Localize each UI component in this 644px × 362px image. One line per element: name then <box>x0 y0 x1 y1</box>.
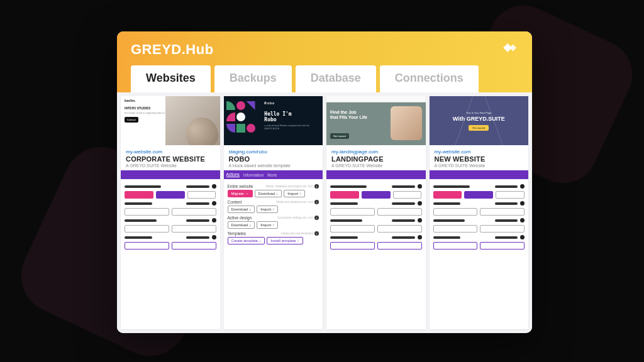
action-button[interactable] <box>125 208 169 216</box>
website-domain[interactable]: my-website.com <box>126 149 215 155</box>
action-button[interactable] <box>172 242 216 250</box>
tab-connections[interactable]: Connections <box>380 65 479 92</box>
info-icon[interactable]: i <box>314 200 319 204</box>
action-button[interactable] <box>496 191 525 199</box>
app-title: GREYD.Hub <box>131 41 214 58</box>
action-button[interactable] <box>433 208 478 216</box>
info-icon[interactable]: i <box>314 231 319 236</box>
action-button[interactable] <box>480 208 525 216</box>
main-tabs: Websites Backups Database Connections <box>131 65 518 92</box>
arrow-icon: → <box>245 192 249 195</box>
tab-backups[interactable]: Backups <box>214 65 292 92</box>
migrate-button[interactable]: Migrate → <box>228 190 253 197</box>
info-icon[interactable] <box>212 201 216 206</box>
info-icon[interactable] <box>520 201 525 206</box>
action-button[interactable] <box>330 191 359 199</box>
info-icon[interactable] <box>418 184 422 189</box>
website-thumbnail[interactable]: Robo Hello I'mRobo a code-themed Website… <box>224 96 323 145</box>
arrow-icon: ↓ <box>276 192 278 195</box>
thumb-cta: Get started <box>330 133 349 139</box>
download-button[interactable]: Download ↓ <box>228 221 255 229</box>
arrow-icon: ↑ <box>272 207 274 211</box>
info-icon[interactable] <box>418 201 422 206</box>
action-button[interactable] <box>172 208 216 216</box>
action-button[interactable] <box>433 191 462 199</box>
info-icon[interactable] <box>212 184 216 189</box>
action-button[interactable] <box>125 191 153 199</box>
website-card: Robo Hello I'mRobo a code-themed Website… <box>224 96 323 329</box>
create-template-button[interactable]: Create template ↓ <box>228 237 265 244</box>
header: GREYD.Hub Websites Backups Database Conn… <box>117 31 532 92</box>
thumb-sub: a code-themed Website template built wit… <box>264 124 320 130</box>
info-icon[interactable] <box>418 235 422 239</box>
panel-tab-information[interactable]: Information <box>243 173 264 177</box>
website-domain[interactable]: my-website.com <box>435 149 524 155</box>
thumb-heading: Hello I'm <box>264 111 291 117</box>
info-icon[interactable] <box>520 235 525 239</box>
download-button[interactable]: Download ↓ <box>228 206 255 213</box>
panel-tab-actions[interactable]: Actions <box>226 172 240 177</box>
action-button[interactable] <box>480 242 525 250</box>
arrow-icon: ↑ <box>297 239 299 243</box>
action-button[interactable] <box>433 225 478 233</box>
import-button[interactable]: Import ↑ <box>284 190 305 197</box>
arrow-icon: ↓ <box>249 223 251 227</box>
panel-tab-more[interactable]: More <box>267 173 277 177</box>
info-icon[interactable]: i <box>314 216 319 220</box>
website-title: NEW WEBSITE <box>435 155 524 163</box>
action-button[interactable] <box>125 225 169 233</box>
action-button[interactable] <box>362 191 391 199</box>
action-button[interactable] <box>433 242 478 250</box>
action-button[interactable] <box>377 242 422 250</box>
thumb-heading: With GREYD.SUITE <box>453 116 505 122</box>
thumb-brand: Robo <box>264 101 320 105</box>
info-icon[interactable] <box>212 218 216 222</box>
info-icon[interactable] <box>418 218 422 222</box>
install-template-button[interactable]: Install template ↑ <box>267 237 303 244</box>
action-button[interactable] <box>377 225 422 233</box>
website-thumbnail[interactable]: This Is Your New Page With GREYD.SUITE G… <box>430 96 529 145</box>
website-thumbnail[interactable]: Find the Jobthat Fits Your Life Get star… <box>326 96 426 145</box>
action-button[interactable] <box>480 225 525 233</box>
import-button[interactable]: Import ↑ <box>257 221 278 229</box>
action-button[interactable] <box>330 242 375 250</box>
card-panel <box>121 179 220 255</box>
action-button[interactable] <box>187 191 216 199</box>
website-desc: A GREYD.SUITE Website <box>126 163 215 168</box>
action-button[interactable] <box>377 208 422 216</box>
card-tabbar <box>121 170 220 179</box>
arrow-icon: ↑ <box>272 223 274 227</box>
website-thumbnail[interactable]: berlin. INTERV STUDIES It is better to f… <box>121 96 220 145</box>
download-button[interactable]: Download ↓ <box>255 190 282 197</box>
website-domain[interactable]: staging.com/robo <box>229 149 318 155</box>
action-button[interactable] <box>330 225 375 233</box>
card-tabbar: Actions Information More <box>224 170 323 179</box>
website-title: LANDINGPAGE <box>331 155 421 163</box>
import-button[interactable]: Import ↑ <box>257 206 278 213</box>
website-card: Find the Jobthat Fits Your Life Get star… <box>326 96 426 329</box>
action-button[interactable] <box>156 191 185 199</box>
thumb-heading: that Fits Your Life <box>330 115 367 119</box>
info-icon[interactable]: i <box>314 184 319 189</box>
tab-database[interactable]: Database <box>296 65 376 92</box>
info-icon[interactable] <box>520 184 525 189</box>
info-icon[interactable] <box>520 218 525 222</box>
section-note: Create and use templates <box>280 232 313 235</box>
action-button[interactable] <box>172 225 216 233</box>
action-button[interactable] <box>330 208 375 216</box>
brand-logo-icon <box>501 41 518 54</box>
tab-websites[interactable]: Websites <box>131 65 211 92</box>
action-button[interactable] <box>125 242 169 250</box>
website-desc: A GREYD.SUITE Website <box>331 163 421 168</box>
thumb-heading: Find the Job <box>330 110 357 114</box>
card-tabbar <box>430 170 529 179</box>
website-title: ROBO <box>229 155 318 163</box>
website-domain[interactable]: my-landingpage.com <box>331 149 421 155</box>
action-button[interactable] <box>464 191 493 199</box>
section-title: Entire website <box>228 184 253 189</box>
card-panel <box>326 179 426 255</box>
info-icon[interactable] <box>212 235 216 239</box>
thumb-cta: Get started <box>469 125 489 131</box>
action-button[interactable] <box>393 191 422 199</box>
website-desc: A block-based website template <box>229 163 318 168</box>
